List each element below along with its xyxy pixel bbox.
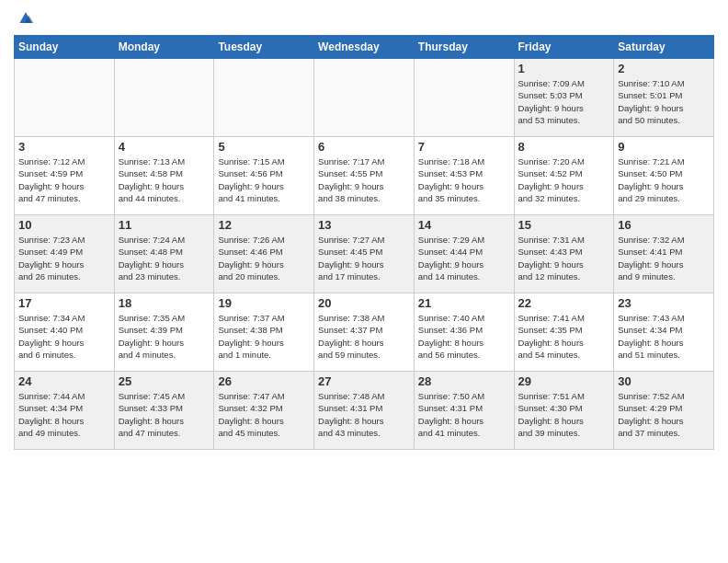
calendar-day: 14Sunrise: 7:29 AM Sunset: 4:44 PM Dayli… (414, 215, 514, 293)
day-info: Sunrise: 7:24 AM Sunset: 4:48 PM Dayligh… (119, 234, 210, 282)
calendar-day: 8Sunrise: 7:20 AM Sunset: 4:52 PM Daylig… (514, 137, 614, 215)
day-number: 13 (318, 218, 410, 232)
day-number: 18 (119, 296, 210, 310)
header (14, 9, 714, 28)
day-info: Sunrise: 7:35 AM Sunset: 4:39 PM Dayligh… (119, 312, 210, 361)
day-number: 15 (518, 218, 610, 232)
day-number: 3 (18, 140, 110, 154)
day-number: 6 (318, 140, 410, 154)
calendar-day: 21Sunrise: 7:40 AM Sunset: 4:36 PM Dayli… (414, 293, 514, 372)
day-info: Sunrise: 7:37 AM Sunset: 4:38 PM Dayligh… (218, 312, 310, 361)
day-number: 17 (18, 296, 110, 310)
calendar-day: 5Sunrise: 7:15 AM Sunset: 4:56 PM Daylig… (214, 137, 314, 215)
day-info: Sunrise: 7:27 AM Sunset: 4:45 PM Dayligh… (318, 234, 410, 282)
day-info: Sunrise: 7:47 AM Sunset: 4:32 PM Dayligh… (218, 390, 310, 439)
calendar-day: 24Sunrise: 7:44 AM Sunset: 4:34 PM Dayli… (15, 372, 115, 450)
calendar-day: 6Sunrise: 7:17 AM Sunset: 4:55 PM Daylig… (314, 137, 415, 215)
day-number: 25 (119, 374, 210, 388)
day-info: Sunrise: 7:13 AM Sunset: 4:58 PM Dayligh… (119, 155, 210, 204)
calendar-week-3: 10Sunrise: 7:23 AM Sunset: 4:49 PM Dayli… (15, 215, 714, 293)
day-number: 2 (618, 62, 710, 75)
day-info: Sunrise: 7:26 AM Sunset: 4:46 PM Dayligh… (218, 234, 310, 282)
calendar-day: 2Sunrise: 7:10 AM Sunset: 5:01 PM Daylig… (614, 59, 714, 137)
calendar-day: 1Sunrise: 7:09 AM Sunset: 5:03 PM Daylig… (514, 59, 614, 137)
day-info: Sunrise: 7:15 AM Sunset: 4:56 PM Dayligh… (218, 155, 310, 204)
day-info: Sunrise: 7:51 AM Sunset: 4:30 PM Dayligh… (518, 390, 610, 439)
calendar-day: 7Sunrise: 7:18 AM Sunset: 4:53 PM Daylig… (414, 137, 514, 215)
calendar-day: 15Sunrise: 7:31 AM Sunset: 4:43 PM Dayli… (514, 215, 614, 293)
day-info: Sunrise: 7:48 AM Sunset: 4:31 PM Dayligh… (318, 390, 410, 439)
day-info: Sunrise: 7:21 AM Sunset: 4:50 PM Dayligh… (618, 155, 710, 204)
day-info: Sunrise: 7:40 AM Sunset: 4:36 PM Dayligh… (418, 312, 510, 361)
day-info: Sunrise: 7:23 AM Sunset: 4:49 PM Dayligh… (18, 234, 110, 282)
calendar-header-thursday: Thursday (414, 36, 514, 59)
day-info: Sunrise: 7:32 AM Sunset: 4:41 PM Dayligh… (618, 234, 710, 282)
day-info: Sunrise: 7:34 AM Sunset: 4:40 PM Dayligh… (18, 312, 110, 361)
day-number: 10 (18, 218, 110, 232)
day-number: 9 (618, 140, 710, 154)
calendar-day: 10Sunrise: 7:23 AM Sunset: 4:49 PM Dayli… (15, 215, 115, 293)
calendar-week-2: 3Sunrise: 7:12 AM Sunset: 4:59 PM Daylig… (15, 137, 714, 215)
day-info: Sunrise: 7:31 AM Sunset: 4:43 PM Dayligh… (518, 234, 610, 282)
logo-icon (17, 9, 35, 28)
day-info: Sunrise: 7:12 AM Sunset: 4:59 PM Dayligh… (18, 155, 110, 204)
calendar-day: 18Sunrise: 7:35 AM Sunset: 4:39 PM Dayli… (114, 293, 214, 372)
day-info: Sunrise: 7:18 AM Sunset: 4:53 PM Dayligh… (418, 155, 510, 204)
calendar-table: SundayMondayTuesdayWednesdayThursdayFrid… (14, 35, 714, 450)
day-number: 19 (218, 296, 310, 310)
day-info: Sunrise: 7:17 AM Sunset: 4:55 PM Dayligh… (318, 155, 410, 204)
calendar-header-tuesday: Tuesday (214, 36, 314, 59)
calendar-day: 4Sunrise: 7:13 AM Sunset: 4:58 PM Daylig… (114, 137, 214, 215)
calendar-day: 19Sunrise: 7:37 AM Sunset: 4:38 PM Dayli… (214, 293, 314, 372)
calendar-header-wednesday: Wednesday (314, 36, 415, 59)
calendar-week-1: 1Sunrise: 7:09 AM Sunset: 5:03 PM Daylig… (15, 59, 714, 137)
day-number: 12 (218, 218, 310, 232)
day-number: 24 (18, 374, 110, 388)
calendar-day: 16Sunrise: 7:32 AM Sunset: 4:41 PM Dayli… (614, 215, 714, 293)
logo (14, 9, 35, 28)
day-number: 30 (618, 374, 710, 388)
calendar-day: 17Sunrise: 7:34 AM Sunset: 4:40 PM Dayli… (15, 293, 115, 372)
day-number: 14 (418, 218, 510, 232)
calendar-day: 12Sunrise: 7:26 AM Sunset: 4:46 PM Dayli… (214, 215, 314, 293)
day-number: 26 (218, 374, 310, 388)
calendar-day: 22Sunrise: 7:41 AM Sunset: 4:35 PM Dayli… (514, 293, 614, 372)
calendar-day (214, 59, 314, 137)
calendar-header-monday: Monday (114, 36, 214, 59)
calendar-week-4: 17Sunrise: 7:34 AM Sunset: 4:40 PM Dayli… (15, 293, 714, 372)
page: SundayMondayTuesdayWednesdayThursdayFrid… (0, 0, 728, 459)
calendar-day: 11Sunrise: 7:24 AM Sunset: 4:48 PM Dayli… (114, 215, 214, 293)
day-info: Sunrise: 7:38 AM Sunset: 4:37 PM Dayligh… (318, 312, 410, 361)
day-number: 29 (518, 374, 610, 388)
day-info: Sunrise: 7:50 AM Sunset: 4:31 PM Dayligh… (418, 390, 510, 439)
calendar-day: 30Sunrise: 7:52 AM Sunset: 4:29 PM Dayli… (614, 372, 714, 450)
calendar-day: 29Sunrise: 7:51 AM Sunset: 4:30 PM Dayli… (514, 372, 614, 450)
calendar-header-friday: Friday (514, 36, 614, 59)
calendar-week-5: 24Sunrise: 7:44 AM Sunset: 4:34 PM Dayli… (15, 372, 714, 450)
day-number: 20 (318, 296, 410, 310)
calendar-header-saturday: Saturday (614, 36, 714, 59)
calendar-day (414, 59, 514, 137)
day-info: Sunrise: 7:41 AM Sunset: 4:35 PM Dayligh… (518, 312, 610, 361)
day-info: Sunrise: 7:52 AM Sunset: 4:29 PM Dayligh… (618, 390, 710, 439)
calendar-day: 26Sunrise: 7:47 AM Sunset: 4:32 PM Dayli… (214, 372, 314, 450)
day-number: 11 (119, 218, 210, 232)
calendar-day: 28Sunrise: 7:50 AM Sunset: 4:31 PM Dayli… (414, 372, 514, 450)
calendar-day: 3Sunrise: 7:12 AM Sunset: 4:59 PM Daylig… (15, 137, 115, 215)
day-info: Sunrise: 7:20 AM Sunset: 4:52 PM Dayligh… (518, 155, 610, 204)
calendar-day: 25Sunrise: 7:45 AM Sunset: 4:33 PM Dayli… (114, 372, 214, 450)
day-number: 22 (518, 296, 610, 310)
day-info: Sunrise: 7:29 AM Sunset: 4:44 PM Dayligh… (418, 234, 510, 282)
calendar-day: 20Sunrise: 7:38 AM Sunset: 4:37 PM Dayli… (314, 293, 415, 372)
day-number: 7 (418, 140, 510, 154)
calendar-day: 27Sunrise: 7:48 AM Sunset: 4:31 PM Dayli… (314, 372, 415, 450)
calendar-day (15, 59, 115, 137)
day-number: 8 (518, 140, 610, 154)
day-info: Sunrise: 7:09 AM Sunset: 5:03 PM Dayligh… (518, 77, 610, 126)
day-number: 27 (318, 374, 410, 388)
calendar-header-sunday: Sunday (15, 36, 115, 59)
day-number: 28 (418, 374, 510, 388)
day-number: 23 (618, 296, 710, 310)
day-number: 1 (518, 62, 610, 75)
day-info: Sunrise: 7:45 AM Sunset: 4:33 PM Dayligh… (119, 390, 210, 439)
